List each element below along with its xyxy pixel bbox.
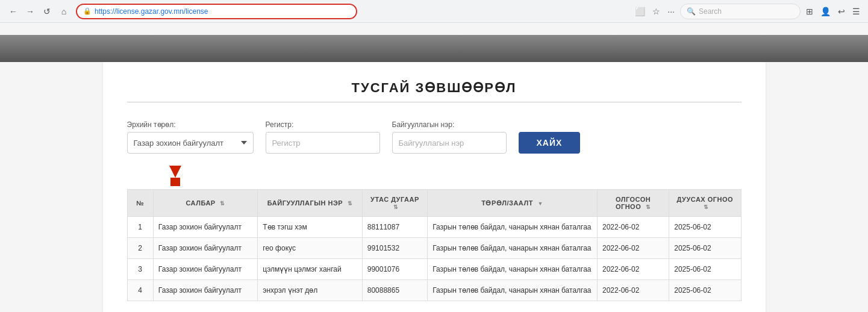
search-label: Search: [699, 7, 722, 16]
nav-buttons: ← → ↺ ⌂: [6, 4, 71, 19]
search-icon: 🔍: [687, 7, 696, 16]
browser-search-bar[interactable]: 🔍 Search: [680, 4, 801, 19]
page-inner: ТУСГАЙ ЗӨВШӨӨРӨЛ Эрхийн төрөл: Газар зох…: [103, 62, 766, 312]
cell-utasdugaar: 88111087: [362, 217, 427, 238]
sort-icon-salbar: ⇅: [220, 201, 225, 207]
sort-icon-baiguullaga: ⇅: [348, 201, 353, 207]
sort-icon-utasdugaar: ⇅: [393, 204, 399, 210]
arrow-indicator: [127, 166, 742, 186]
cell-turul: Газрын төлөв байдал, чанарын хянан батал…: [428, 217, 598, 238]
menu-icon[interactable]: ☰: [851, 5, 862, 18]
cell-utasdugaar: 99001076: [362, 259, 427, 280]
page-content: ТУСГАЙ ЗӨВШӨӨРӨЛ Эрхийн төрөл: Газар зох…: [0, 23, 868, 312]
col-header-olgosun[interactable]: ОЛГОСОН ОГНОО ⇅: [597, 190, 669, 217]
cell-no: 2: [127, 238, 153, 259]
browser-right-controls: ⬜ ☆ ··· 🔍 Search ⊞ 👤 ↩ ☰: [633, 4, 862, 19]
table-header-row: № САЛБАР ⇅ БАЙГУУЛЛАГЫН НЭР ⇅ УТАС ДУГАА…: [127, 190, 741, 217]
cell-olgosun: 2022-06-02: [597, 217, 669, 238]
back-button[interactable]: ←: [6, 4, 20, 19]
sort-icon-olgosun: ⇅: [646, 204, 651, 210]
home-button[interactable]: ⌂: [57, 4, 71, 19]
top-image-strip: [0, 35, 868, 62]
sort-icon-turul: ▼: [537, 201, 543, 207]
table-row: 2 Газар зохион байгуулалт гео фокус 9910…: [127, 238, 741, 259]
table-header: № САЛБАР ⇅ БАЙГУУЛЛАГЫН НЭР ⇅ УТАС ДУГАА…: [127, 190, 741, 217]
cell-duusakh: 2025-06-02: [669, 259, 741, 280]
table-row: 4 Газар зохион байгуулалт энхрэл үнэт дө…: [127, 280, 741, 301]
cell-olgosun: 2022-06-02: [597, 259, 669, 280]
cell-duusakh: 2025-06-02: [669, 280, 741, 301]
table-row: 1 Газар зохион байгуулалт Төв тэгш хэм 8…: [127, 217, 741, 238]
cell-utasdugaar: 80088865: [362, 280, 427, 301]
cast-icon[interactable]: ⬜: [633, 5, 647, 18]
search-button[interactable]: ХАЙХ: [519, 132, 581, 154]
cell-baiguullaga: цэлмүүн цэлмэг хангай: [258, 259, 362, 280]
baiguullaga-group: Байгууллагын нэр:: [392, 120, 507, 154]
cell-salbar: Газар зохион байгуулалт: [153, 217, 257, 238]
col-header-utasdugaar[interactable]: УТАС ДУГААР ⇅: [362, 190, 427, 217]
cell-salbar: Газар зохион байгуулалт: [153, 280, 257, 301]
cell-olgosun: 2022-06-02: [597, 280, 669, 301]
data-table: № САЛБАР ⇅ БАЙГУУЛЛАГЫН НЭР ⇅ УТАС ДУГАА…: [127, 189, 742, 301]
registr-group: Регистр:: [266, 120, 380, 154]
erkhiin-turul-select[interactable]: Газар зохион байгуулалт: [127, 132, 254, 154]
registr-input[interactable]: [266, 132, 380, 154]
cell-baiguullaga: энхрэл үнэт дөл: [258, 280, 362, 301]
erkhiin-turul-label: Эрхийн төрөл:: [127, 120, 254, 129]
registr-label: Регистр:: [266, 120, 380, 129]
profile-icon[interactable]: 👤: [819, 5, 832, 18]
reload-button[interactable]: ↺: [40, 4, 54, 19]
cell-turul: Газрын төлөв байдал, чанарын хянан батал…: [428, 259, 598, 280]
col-header-no: №: [127, 190, 153, 217]
cell-baiguullaga: гео фокус: [258, 238, 362, 259]
sort-icon-duusakh: ⇅: [704, 204, 709, 210]
col-header-baiguullaga[interactable]: БАЙГУУЛЛАГЫН НЭР ⇅: [258, 190, 362, 217]
more-icon[interactable]: ···: [666, 5, 676, 18]
col-header-turul[interactable]: ТӨРӨЛ/ЗААЛТ ▼: [428, 190, 598, 217]
cell-no: 3: [127, 259, 153, 280]
history-icon[interactable]: ↩: [836, 5, 847, 18]
cell-turul: Газрын төлөв байдал, чанарын хянан батал…: [428, 238, 598, 259]
table-row: 3 Газар зохион байгуулалт цэлмүүн цэлмэг…: [127, 259, 741, 280]
col-header-duusakh[interactable]: ДУУСАХ ОГНОО ⇅: [669, 190, 741, 217]
url-text: https://license.gazar.gov.mn/license: [95, 7, 208, 16]
cell-utasdugaar: 99101532: [362, 238, 427, 259]
cell-duusakh: 2025-06-02: [669, 217, 741, 238]
cell-olgosun: 2022-06-02: [597, 238, 669, 259]
baiguullaga-input[interactable]: [392, 132, 507, 154]
erkhiin-turul-group: Эрхийн төрөл: Газар зохион байгуулалт: [127, 120, 254, 154]
table-body: 1 Газар зохион байгуулалт Төв тэгш хэм 8…: [127, 217, 741, 301]
page-title: ТУСГАЙ ЗӨВШӨӨРӨЛ: [127, 80, 742, 102]
cell-salbar: Газар зохион байгуулалт: [153, 259, 257, 280]
security-icon: 🔒: [83, 7, 92, 15]
col-header-salbar[interactable]: САЛБАР ⇅: [153, 190, 257, 217]
cell-duusakh: 2025-06-02: [669, 238, 741, 259]
cell-no: 1: [127, 217, 153, 238]
browser-chrome: ← → ↺ ⌂ 🔒 https://license.gazar.gov.mn/l…: [0, 0, 868, 23]
forward-button[interactable]: →: [23, 4, 37, 19]
baiguullaga-label: Байгууллагын нэр:: [392, 120, 507, 129]
grid-icon[interactable]: ⊞: [804, 5, 815, 18]
cell-salbar: Газар зохион байгуулалт: [153, 238, 257, 259]
cell-turul: Газрын төлөв байдал, чанарын хянан батал…: [428, 280, 598, 301]
bookmark-icon[interactable]: ☆: [651, 5, 662, 18]
address-bar[interactable]: 🔒 https://license.gazar.gov.mn/license: [76, 4, 357, 19]
cell-no: 4: [127, 280, 153, 301]
cell-baiguullaga: Төв тэгш хэм: [258, 217, 362, 238]
filter-section: Эрхийн төрөл: Газар зохион байгуулалт Ре…: [127, 120, 742, 154]
